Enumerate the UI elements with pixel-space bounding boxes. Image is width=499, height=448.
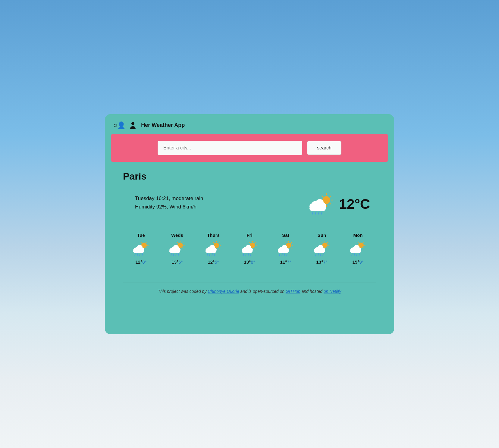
forecast-day: Mon (349, 233, 367, 265)
forecast-high: 13° (316, 259, 323, 265)
svg-line-106 (282, 254, 282, 256)
svg-line-7 (330, 203, 331, 204)
svg-line-16 (315, 211, 316, 215)
svg-point-0 (131, 122, 134, 125)
svg-rect-140 (350, 250, 361, 253)
forecast-day-label: Mon (353, 233, 363, 238)
forecast-day-label: Fri (246, 233, 252, 238)
svg-point-121 (318, 245, 323, 250)
forecast-low: 8° (142, 259, 146, 265)
svg-line-53 (176, 254, 176, 256)
footer-text-middle: and is open-sourced on (239, 289, 286, 294)
footer-author-link[interactable]: Chinonye Okorie (208, 289, 239, 294)
svg-line-89 (248, 254, 249, 256)
svg-rect-68 (206, 250, 216, 253)
svg-line-42 (177, 242, 178, 243)
forecast-temp-range: 13°6° (171, 259, 183, 265)
forecast-weather-icon (277, 241, 295, 256)
svg-point-85 (246, 245, 251, 250)
svg-line-33 (135, 254, 135, 256)
humidity-wind: Humidity 92%, Wind 6km/h (135, 204, 203, 210)
svg-line-144 (359, 254, 359, 256)
person-icon: ○👤 (113, 121, 125, 129)
forecast-temp-range: 13°7° (316, 259, 327, 265)
footer: This project was coded by Chinonye Okori… (123, 283, 376, 294)
svg-point-49 (173, 245, 179, 250)
svg-line-143 (356, 254, 357, 256)
svg-line-61 (219, 248, 219, 248)
footer-text-after: and hosted (300, 289, 324, 294)
forecast-day: Sat (277, 233, 295, 265)
forecast-weather-icon (240, 241, 259, 256)
forecast-high: 13° (244, 259, 251, 265)
svg-line-115 (327, 248, 328, 248)
forecast-day: Fri (240, 233, 259, 265)
svg-line-43 (183, 248, 183, 248)
forecast-high: 13° (171, 259, 178, 265)
svg-rect-14 (309, 206, 326, 211)
svg-line-126 (323, 254, 323, 256)
forecast-low: 6° (178, 259, 183, 265)
weather-description: Tuesday 16:21, moderate rain (135, 196, 203, 202)
forecast-temp-range: 15°9° (352, 259, 363, 265)
svg-point-13 (316, 199, 324, 206)
city-name: Paris (105, 162, 394, 184)
svg-line-44 (183, 242, 183, 243)
forecast-day: Weds (168, 233, 186, 265)
svg-line-134 (363, 242, 364, 243)
svg-line-8 (330, 196, 331, 197)
forecast-low: 7° (323, 259, 327, 265)
svg-line-141 (352, 254, 352, 256)
svg-line-69 (207, 254, 208, 256)
forecast-low: 9° (359, 259, 363, 265)
svg-line-79 (255, 248, 256, 248)
forecast-day-label: Sat (282, 233, 289, 238)
search-button[interactable]: search (307, 141, 341, 155)
forecast-low: 8° (251, 259, 255, 265)
svg-point-139 (354, 245, 359, 250)
forecast-low: 5° (215, 259, 219, 265)
svg-line-60 (213, 242, 214, 243)
svg-line-24 (141, 242, 142, 243)
svg-rect-32 (133, 250, 144, 253)
city-search-input[interactable] (158, 141, 302, 155)
weather-info: Tuesday 16:21, moderate rain Humidity 92… (135, 196, 203, 212)
svg-line-80 (255, 242, 256, 243)
svg-line-132 (358, 242, 359, 243)
svg-point-67 (209, 245, 215, 250)
forecast-day-label: Tue (137, 233, 145, 238)
svg-line-105 (279, 254, 280, 256)
svg-line-108 (287, 254, 287, 256)
svg-rect-122 (314, 250, 325, 253)
svg-line-72 (214, 254, 215, 256)
forecast-weather-icon (132, 241, 150, 256)
forecast-day: Tue (132, 233, 150, 265)
forecast-high: 12° (135, 259, 142, 265)
forecast-day: Thurs (204, 233, 222, 265)
svg-line-90 (250, 254, 251, 256)
forecast-day-label: Sun (318, 233, 326, 238)
footer-netlify-link[interactable]: on Netlify (324, 289, 341, 294)
current-temperature: 12°C (339, 196, 370, 212)
svg-line-133 (363, 248, 364, 248)
svg-line-18 (321, 211, 322, 215)
svg-line-71 (212, 254, 212, 256)
current-weather-section: Tuesday 16:21, moderate rain Humidity 92… (105, 187, 394, 221)
forecast-high: 12° (208, 259, 215, 265)
footer-text-before: This project was coded by (158, 289, 208, 294)
footer-github-link[interactable]: GITHub (286, 289, 300, 294)
svg-line-35 (140, 254, 140, 256)
svg-line-78 (250, 242, 250, 243)
svg-line-87 (243, 254, 244, 256)
forecast-weather-icon (349, 241, 367, 256)
svg-line-142 (354, 254, 355, 256)
svg-line-107 (284, 254, 285, 256)
svg-line-6 (322, 196, 323, 197)
forecast-weather-icon (313, 241, 331, 256)
svg-line-34 (137, 254, 138, 256)
forecast-day-label: Weds (171, 233, 183, 238)
forecast-day-label: Thurs (207, 233, 220, 238)
svg-rect-86 (242, 250, 253, 253)
forecast-temp-range: 12°5° (208, 259, 219, 265)
app-header: ○👤 Her Weather App (105, 114, 394, 134)
